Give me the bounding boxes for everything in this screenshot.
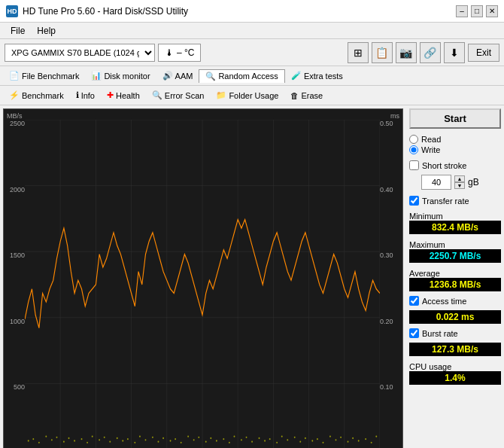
benchmark-icon: ⚡ — [9, 90, 20, 100]
spin-up-button[interactable]: ▲ — [454, 175, 465, 182]
svg-point-36 — [145, 439, 147, 440]
error-scan-label: Error Scan — [165, 91, 205, 100]
health-icon: ✚ — [107, 90, 114, 100]
svg-point-48 — [216, 440, 217, 441]
svg-point-47 — [210, 437, 211, 439]
maximum-section: Maximum 2250.7 MB/s — [409, 239, 501, 264]
toolbar-btn-4[interactable]: 🔗 — [420, 42, 441, 63]
svg-point-29 — [104, 437, 105, 438]
spin-down-button[interactable]: ▼ — [454, 182, 465, 189]
tab-erase[interactable]: 🗑 Erase — [284, 90, 329, 102]
svg-point-18 — [38, 442, 40, 443]
read-radio[interactable] — [409, 135, 418, 144]
thermometer-icon: 🌡 — [165, 47, 174, 58]
svg-point-72 — [358, 440, 360, 441]
menu-file[interactable]: File — [5, 24, 31, 38]
average-label: Average — [409, 269, 501, 278]
svg-point-64 — [311, 440, 313, 441]
main-content: MB/s ms 2500 2000 1500 1000 500 0.50 0.4… — [0, 105, 504, 448]
access-time-value: 0.022 ms — [409, 310, 501, 324]
svg-point-54 — [251, 440, 253, 442]
svg-point-22 — [63, 440, 65, 442]
info-icon: ℹ — [76, 90, 79, 100]
stroke-spinner: ▲ ▼ — [454, 175, 465, 189]
minimize-button[interactable]: – — [456, 5, 468, 17]
svg-point-35 — [139, 436, 141, 437]
tab-error-scan[interactable]: 🔍 Error Scan — [146, 89, 211, 102]
toolbar-btn-3[interactable]: 📷 — [396, 42, 417, 63]
chart-svg — [25, 120, 380, 448]
svg-point-59 — [281, 436, 283, 437]
close-button[interactable]: ✕ — [486, 5, 498, 17]
tab-random-access[interactable]: 🔍 Random Access — [199, 69, 284, 83]
maximum-value: 2250.7 MB/s — [409, 249, 501, 263]
toolbar-btn-2[interactable]: 📋 — [372, 42, 393, 63]
short-stroke-label: Short stroke — [422, 161, 466, 170]
tab-disk-monitor[interactable]: 📊 Disk monitor — [85, 69, 156, 82]
stroke-input[interactable] — [421, 175, 451, 190]
y-left-1000: 1000 — [10, 318, 25, 325]
write-label: Write — [421, 145, 440, 154]
read-option[interactable]: Read — [409, 135, 501, 144]
burst-rate-value: 127.3 MB/s — [409, 343, 501, 356]
svg-point-52 — [241, 439, 242, 440]
error-scan-icon: 🔍 — [152, 90, 162, 100]
extra-tests-icon: 🧪 — [291, 71, 302, 81]
transfer-rate-checkbox[interactable] — [409, 196, 419, 206]
svg-point-70 — [348, 440, 349, 442]
short-stroke-option[interactable]: Short stroke — [409, 160, 501, 170]
exit-button[interactable]: Exit — [468, 44, 499, 62]
svg-point-68 — [335, 439, 337, 440]
tab-info[interactable]: ℹ Info — [70, 89, 101, 102]
tab-aam[interactable]: 🔊 AAM — [156, 69, 199, 82]
temperature-display: 🌡 – °C — [158, 44, 201, 62]
y-right-050: 0.50 — [380, 120, 393, 127]
tab-benchmark[interactable]: ⚡ Benchmark — [3, 89, 70, 102]
tab-health[interactable]: ✚ Health — [101, 89, 146, 102]
average-value: 1236.8 MB/s — [409, 278, 501, 291]
y-right-unit: ms — [390, 112, 399, 120]
toolbar-btn-5[interactable]: ⬇ — [444, 42, 465, 63]
title-bar: HD HD Tune Pro 5.60 - Hard Disk/SSD Util… — [0, 0, 504, 23]
cpu-usage-value: 1.4% — [409, 371, 501, 385]
tab-file-benchmark[interactable]: 📄 File Benchmark — [3, 69, 85, 82]
svg-point-44 — [193, 439, 195, 440]
start-button[interactable]: Start — [409, 108, 501, 129]
maximize-button[interactable]: □ — [471, 5, 483, 17]
access-time-option[interactable]: Access time — [409, 296, 501, 306]
average-section: Average 1236.8 MB/s — [409, 267, 501, 293]
burst-rate-option[interactable]: Burst rate — [409, 328, 501, 338]
svg-point-62 — [299, 440, 301, 442]
svg-point-55 — [259, 437, 260, 439]
random-access-label: Random Access — [218, 72, 278, 81]
aam-icon: 🔊 — [162, 71, 173, 81]
menu-help[interactable]: Help — [31, 24, 62, 38]
disk-monitor-label: Disk monitor — [104, 72, 150, 81]
tab-extra-tests[interactable]: 🧪 Extra tests — [285, 69, 349, 82]
maximum-label: Maximum — [409, 240, 501, 249]
svg-point-21 — [56, 437, 58, 438]
svg-point-38 — [158, 440, 159, 442]
svg-point-56 — [264, 440, 266, 441]
svg-point-37 — [152, 437, 153, 438]
nav-row-1: 📄 File Benchmark 📊 Disk monitor 🔊 AAM 🔍 … — [0, 66, 504, 86]
drive-selector[interactable]: XPG GAMMIX S70 BLADE (1024 gB) — [5, 44, 155, 62]
write-option[interactable]: Write — [409, 145, 501, 154]
disk-monitor-icon: 📊 — [91, 71, 102, 81]
toolbar-btn-1[interactable]: ⊞ — [348, 42, 369, 63]
aam-label: AAM — [175, 72, 193, 81]
access-time-checkbox[interactable] — [409, 296, 419, 306]
y-left-2500: 2500 — [10, 120, 25, 127]
minimum-section: Minimum 832.4 MB/s — [409, 210, 501, 236]
y-left-500: 500 — [14, 383, 25, 391]
tab-folder-usage[interactable]: 📁 Folder Usage — [210, 89, 284, 102]
burst-rate-checkbox[interactable] — [409, 328, 419, 338]
svg-point-61 — [294, 437, 296, 438]
transfer-rate-option[interactable]: Transfer rate — [409, 196, 501, 206]
write-radio[interactable] — [409, 145, 418, 154]
svg-point-63 — [305, 437, 306, 439]
svg-point-19 — [45, 436, 47, 437]
y-right-020: 0.20 — [380, 318, 393, 325]
svg-point-42 — [181, 442, 182, 443]
short-stroke-checkbox[interactable] — [409, 160, 419, 170]
